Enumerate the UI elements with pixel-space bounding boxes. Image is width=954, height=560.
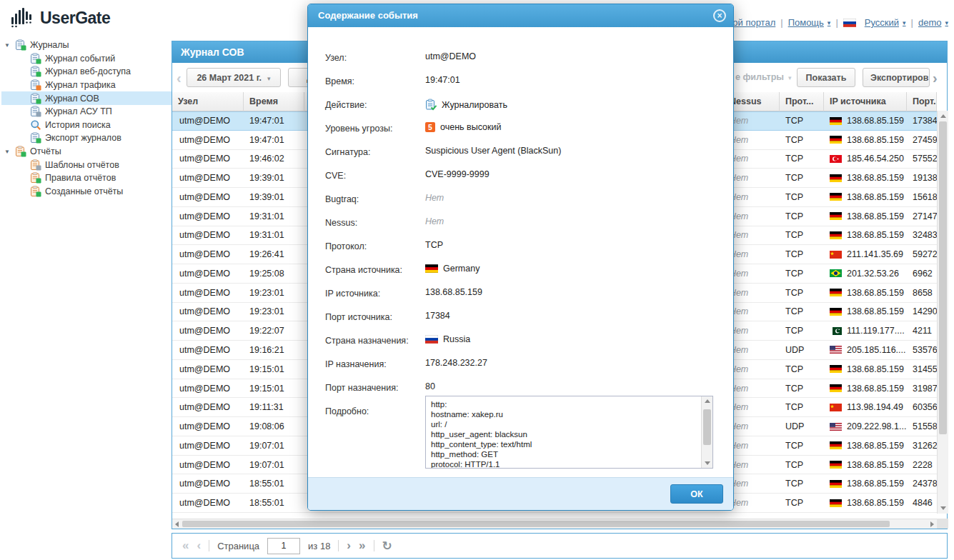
dialog-title: Содержание события [308, 4, 733, 27]
field-label: Узел: [325, 53, 421, 63]
sidebar-item-events-log[interactable]: Журнал событий [1, 52, 172, 66]
cell-nessus: Нет [730, 226, 780, 245]
vertical-scroll-thumb[interactable] [939, 121, 947, 434]
horizontal-scrollbar[interactable] [172, 519, 937, 529]
help-menu[interactable]: Помощь▾ [788, 17, 831, 28]
column-header-time[interactable]: Время [244, 92, 304, 111]
tree-expand-icon[interactable]: ▼ [4, 149, 11, 155]
field-label: CVE: [325, 171, 421, 181]
sidebar-item-label: Журналы [30, 40, 69, 50]
cell-protocol: UDP [785, 341, 824, 359]
scroll-up-icon[interactable] [705, 399, 710, 403]
cell-source-port: 17384 [913, 112, 937, 130]
cell-protocol: TCP [785, 112, 824, 130]
sidebar-item-web-access-log[interactable]: Журнал веб-доступа [1, 65, 172, 79]
details-textarea[interactable]: http:hostname: xakep.ruurl: /http_user_a… [425, 396, 713, 469]
dialog-footer: ОК [308, 477, 733, 510]
cell-protocol: TCP [785, 436, 824, 455]
cell-time: 19:31:01 [249, 207, 304, 226]
show-button[interactable]: Показать [797, 68, 855, 87]
cell-source-port: 4211 [913, 321, 937, 340]
cell-source-port: 27147 [913, 207, 937, 226]
toolbar-scroll-left-icon[interactable]: ‹ [177, 70, 182, 86]
cell-nessus: Нет [730, 456, 780, 474]
scroll-left-icon[interactable] [175, 521, 179, 527]
logo-text: UserGate [40, 9, 110, 28]
de-flag-icon [830, 308, 842, 316]
tree-expand-icon[interactable]: ▼ [4, 42, 11, 49]
source-ip-value: 138.68.85.159 [847, 498, 904, 508]
sidebar-item-ids-log[interactable]: Журнал СОВ [1, 91, 172, 105]
first-page-button[interactable]: « [182, 539, 189, 553]
sidebar-item-search-history[interactable]: История поиска [1, 119, 172, 132]
details-scrollbar[interactable] [701, 396, 712, 468]
cell-node: utm@DEMO [179, 456, 244, 474]
cell-protocol: TCP [785, 360, 824, 379]
field-value-text: CVE-9999-9999 [425, 169, 490, 179]
scroll-up-icon[interactable] [940, 114, 946, 118]
field-value-text: Suspicious User Agent (BlackSun) [425, 146, 561, 156]
column-header-source-ip[interactable]: IP источника [824, 92, 907, 111]
reports-icon [15, 146, 26, 157]
sidebar-item-report-rules[interactable]: Правила отчётов [1, 171, 172, 185]
cell-node: utm@DEMO [179, 169, 244, 187]
sidebar-item-reports[interactable]: ▼Отчёты [1, 145, 172, 159]
field-value: utm@DEMO [425, 51, 476, 61]
scroll-down-icon[interactable] [705, 461, 710, 465]
next-page-button[interactable]: › [347, 539, 351, 553]
language-menu[interactable]: Русский▾ [843, 17, 906, 28]
column-header-node[interactable]: Узел [172, 92, 244, 111]
sidebar-item-label: Журнал АСУ ТП [45, 106, 112, 116]
prev-page-button[interactable]: ‹ [197, 539, 201, 553]
sidebar-item-export-logs[interactable]: Экспорт журналов [1, 131, 172, 145]
column-header-source-port[interactable]: Порт... [907, 92, 937, 111]
cell-source-ip: 138.68.85.159 [830, 169, 907, 187]
ok-button[interactable]: ОК [670, 484, 723, 504]
sidebar-item-label: Шаблоны отчётов [45, 160, 119, 170]
ru-flag-icon [425, 335, 438, 344]
cell-time: 19:15:01 [249, 379, 304, 398]
cell-source-port: 6962 [913, 264, 937, 283]
toolbar-scroll-right-icon[interactable]: › [933, 70, 938, 86]
cell-source-ip: 138.68.85.159 [830, 474, 907, 493]
cell-node: utm@DEMO [179, 341, 244, 359]
de-flag-icon [830, 136, 842, 144]
last-page-button[interactable]: » [359, 539, 365, 553]
scroll-down-icon[interactable] [940, 506, 946, 510]
field-value: Suspicious User Agent (BlackSun) [425, 146, 561, 156]
horizontal-scroll-thumb[interactable] [182, 521, 890, 527]
sidebar-item-journals[interactable]: ▼Журналы [1, 39, 172, 52]
scroll-right-icon[interactable] [930, 521, 934, 527]
cell-source-ip: 138.68.85.159 [830, 112, 907, 130]
close-icon[interactable]: × [713, 9, 726, 22]
field-value-text: Нет [425, 193, 444, 203]
date-filter-button[interactable]: 26 Март 2021 г.▾ [187, 68, 281, 87]
traffic-log-icon [30, 79, 41, 91]
field-value-text: Нет [425, 216, 444, 226]
cell-nessus: Нет [730, 112, 780, 130]
sidebar-item-report-templates[interactable]: Шаблоны отчётов [1, 158, 172, 171]
source-ip-value: 138.68.85.159 [847, 173, 904, 183]
de-flag-icon [830, 441, 842, 449]
cell-source-ip: 138.68.85.159 [830, 131, 907, 149]
cell-nessus: Нет [730, 379, 780, 398]
sidebar-item-traffic-log[interactable]: Журнал трафика [1, 79, 172, 92]
cell-node: utm@DEMO [179, 494, 244, 512]
sidebar-item-scada-log[interactable]: Журнал АСУ ТП [1, 105, 172, 119]
cell-node: utm@DEMO [179, 188, 244, 206]
cell-protocol: TCP [785, 264, 824, 283]
report-rules-icon [30, 172, 41, 184]
export-button[interactable]: Экспортиров [863, 68, 930, 87]
sidebar-item-created-reports[interactable]: Созданные отчёты [1, 185, 172, 199]
column-header-protocol[interactable]: Прот... [780, 92, 824, 111]
refresh-button[interactable]: ↻ [382, 539, 392, 554]
saved-filters-dropdown[interactable]: е фильтры▾ [735, 72, 792, 82]
cell-source-ip: 138.68.85.159 [830, 379, 907, 398]
vertical-scrollbar[interactable] [937, 111, 948, 514]
ids-log-icon [30, 93, 41, 104]
details-line: http_method: GET [431, 449, 697, 459]
details-scroll-thumb[interactable] [703, 409, 711, 445]
user-menu[interactable]: demo▾ [918, 17, 948, 28]
sidebar-item-label: Журнал трафика [45, 80, 116, 90]
page-number-input[interactable] [267, 538, 300, 554]
